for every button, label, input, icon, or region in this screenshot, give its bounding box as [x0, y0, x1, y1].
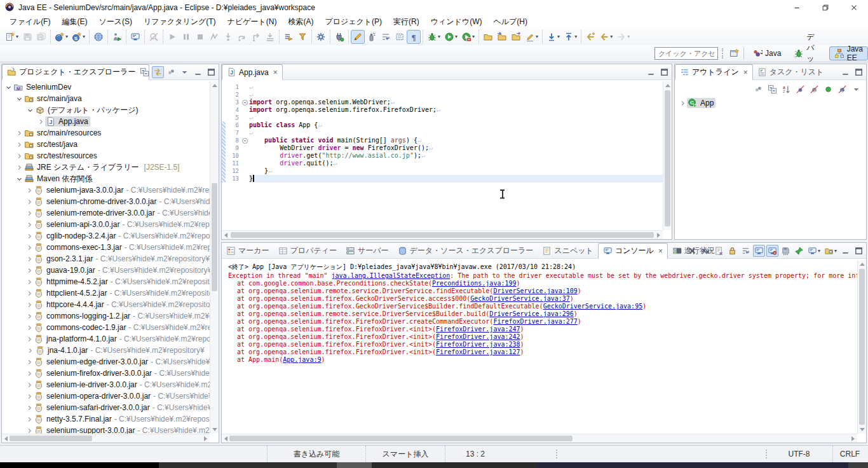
- hide-static-members-button[interactable]: S: [808, 83, 820, 95]
- dropdown-caret-icon[interactable]: ▾: [627, 34, 630, 39]
- explorer-horizontal-scrollbar[interactable]: [2, 434, 210, 443]
- open-perspective-button[interactable]: [728, 47, 741, 60]
- chevron-right-icon[interactable]: [26, 221, 33, 228]
- menu-ウィンドウ[interactable]: ウィンドウ(W): [425, 15, 488, 29]
- dropdown-caret-icon[interactable]: ▾: [16, 34, 18, 39]
- new-session-bean-button[interactable]: S▾: [70, 30, 87, 44]
- tab-view-データ・ソース・エクスプローラー[interactable]: データ・ソース・エクスプローラー: [393, 243, 538, 258]
- maximize-button[interactable]: [658, 66, 670, 78]
- tree-item[interactable]: httpmime-4.5.2.jar - C:¥Users¥hide¥.m2¥r…: [2, 276, 210, 287]
- focus-button[interactable]: [752, 83, 764, 95]
- tab-view-サーバー[interactable]: サーバー: [341, 243, 393, 258]
- perspective-デバッグ-button[interactable]: デバッグ: [789, 46, 826, 60]
- view-menu-button[interactable]: [850, 83, 862, 95]
- tab-view-スニペット[interactable]: スニペット: [538, 243, 597, 258]
- dropdown-caret-icon[interactable]: ▾: [83, 34, 85, 39]
- code-line[interactable]: 3import org.openqa.selenium.WebDriver;↵: [222, 99, 663, 106]
- close-tab-icon[interactable]: ×: [658, 247, 663, 255]
- tab-project-explorer[interactable]: プロジェクト・エクスプローラー×: [2, 64, 149, 80]
- maximize-button[interactable]: [853, 245, 865, 257]
- chevron-down-icon[interactable]: [15, 95, 24, 102]
- chevron-right-icon[interactable]: [26, 267, 33, 274]
- perspective-java-button[interactable]: JJava: [747, 46, 786, 60]
- clear-console-button[interactable]: [713, 245, 725, 257]
- tab-タスク・リスト[interactable]: タスク・リスト: [753, 64, 829, 79]
- tree-item[interactable]: commons-exec-1.3.jar - C:¥Users¥hide¥.m2…: [2, 242, 210, 253]
- link-with-editor-button[interactable]: [152, 66, 164, 78]
- chevron-right-icon[interactable]: [26, 256, 33, 263]
- collapse-all-button[interactable]: [766, 83, 778, 95]
- dropdown-caret-icon[interactable]: ▾: [438, 34, 440, 39]
- tree-item[interactable]: Maven 依存関係: [2, 173, 210, 184]
- tree-item[interactable]: selenium-edge-driver-3.0.0.jar - C:¥User…: [2, 356, 210, 368]
- chevron-right-icon[interactable]: [26, 324, 33, 331]
- chevron-right-icon[interactable]: [26, 404, 33, 411]
- dropdown-caret-icon[interactable]: ▾: [65, 34, 68, 39]
- tree-item[interactable]: netty-3.5.7.Final.jar - C:¥Users¥hide¥.m…: [2, 413, 210, 425]
- chevron-right-icon[interactable]: [26, 244, 33, 251]
- stack-trace-link[interactable]: DriverService.java:109: [493, 287, 577, 294]
- hide-non-public-members-button[interactable]: [822, 83, 834, 95]
- tree-item[interactable]: commons-logging-1.2.jar - C:¥Users¥hide¥…: [2, 310, 210, 322]
- format-button[interactable]: [365, 30, 379, 44]
- dropdown-caret-icon[interactable]: ▾: [455, 34, 458, 39]
- chevron-right-icon[interactable]: [26, 198, 33, 205]
- tab-view-コンソール[interactable]: コンソール×: [598, 243, 668, 259]
- stack-trace-link[interactable]: FirefoxDriver.java:277: [493, 318, 577, 325]
- dropdown-caret-icon[interactable]: ▾: [818, 249, 820, 254]
- fold-collapse-icon[interactable]: [242, 138, 248, 144]
- external-tools-button[interactable]: [314, 30, 328, 44]
- chevron-right-icon[interactable]: [15, 130, 24, 137]
- editor-vertical-scrollbar[interactable]: [663, 81, 672, 230]
- code-line[interactable]: 4import org.openqa.selenium.firefox.Fire…: [222, 106, 663, 114]
- console-output[interactable]: <終了> App [Java アプリケーション] D:¥pleiades_jav…: [222, 260, 857, 434]
- chevron-down-icon[interactable]: [4, 84, 13, 91]
- hide-local-types-button[interactable]: L: [836, 83, 848, 95]
- code-line[interactable]: 2↵: [222, 91, 663, 99]
- tree-item[interactable]: httpcore-4.4.4.jar - C:¥Users¥hide¥.m2¥r…: [2, 299, 210, 310]
- stack-trace-link[interactable]: FirefoxDriver.java:247: [436, 326, 520, 333]
- show-whitespace-button[interactable]: ¶: [407, 30, 421, 44]
- tree-item[interactable]: selenium-remote-driver-3.0.0.jar - C:¥Us…: [2, 207, 210, 219]
- tree-item[interactable]: selenium-chrome-driver-3.0.0.jar - C:¥Us…: [2, 196, 210, 207]
- new-servlet-button[interactable]: ▾: [53, 30, 70, 44]
- menu-検索[interactable]: 検索(A): [282, 15, 319, 29]
- code-line[interactable]: 1↵: [222, 83, 663, 91]
- terminal-button[interactable]: [128, 30, 142, 44]
- tree-item[interactable]: cglib-nodep-3.2.4.jar - C:¥Users¥hide¥.m…: [2, 230, 210, 242]
- chevron-down-icon[interactable]: [26, 107, 34, 114]
- chevron-right-icon[interactable]: [37, 118, 45, 125]
- chevron-right-icon[interactable]: [26, 427, 33, 434]
- tree-item[interactable]: JApp.java: [2, 116, 210, 127]
- last-edit-location-button[interactable]: [583, 30, 597, 44]
- tree-item[interactable]: selenium-firefox-driver-3.0.0.jar - C:¥U…: [2, 368, 210, 379]
- console-horizontal-scrollbar[interactable]: [222, 434, 857, 443]
- hide-fields-button[interactable]: [794, 83, 806, 95]
- maximize-button[interactable]: [853, 66, 865, 78]
- open-task-button[interactable]: [481, 30, 495, 44]
- remove-launch-button[interactable]: [686, 245, 698, 257]
- code-line[interactable]: 13}: [222, 175, 663, 182]
- tree-item[interactable]: src/test/resources: [2, 150, 210, 162]
- use-step-filters-button[interactable]: [295, 30, 309, 44]
- scroll-lock-button[interactable]: [726, 245, 738, 257]
- restore-window-button[interactable]: [811, 0, 839, 15]
- sort-button[interactable]: az: [780, 83, 792, 95]
- tree-item[interactable]: (デフォルト・パッケージ): [2, 104, 210, 116]
- outline-item[interactable]: CApp: [675, 97, 866, 109]
- run-button[interactable]: ▾: [442, 30, 459, 44]
- quick-access-input[interactable]: [654, 47, 718, 60]
- annotate-button[interactable]: ▾: [523, 30, 540, 44]
- tree-item[interactable]: src/main/java: [2, 93, 210, 104]
- dropdown-caret-icon[interactable]: ▾: [557, 34, 560, 39]
- tab-app-java[interactable]: JApp.java×: [222, 64, 283, 80]
- skip-all-breakpoints-button[interactable]: [281, 30, 295, 44]
- minimize-button[interactable]: [839, 245, 851, 257]
- chevron-right-icon[interactable]: [26, 359, 33, 366]
- tree-item[interactable]: MSeleniumDev: [2, 81, 210, 93]
- chevron-right-icon[interactable]: [26, 290, 33, 297]
- chevron-right-icon[interactable]: [15, 153, 24, 160]
- minimize-button[interactable]: [645, 66, 657, 78]
- menu-プロジェクト[interactable]: プロジェクト(P): [319, 15, 388, 29]
- tree-item[interactable]: selenium-support-3.0.0.jar - C:¥Users¥hi…: [2, 425, 210, 434]
